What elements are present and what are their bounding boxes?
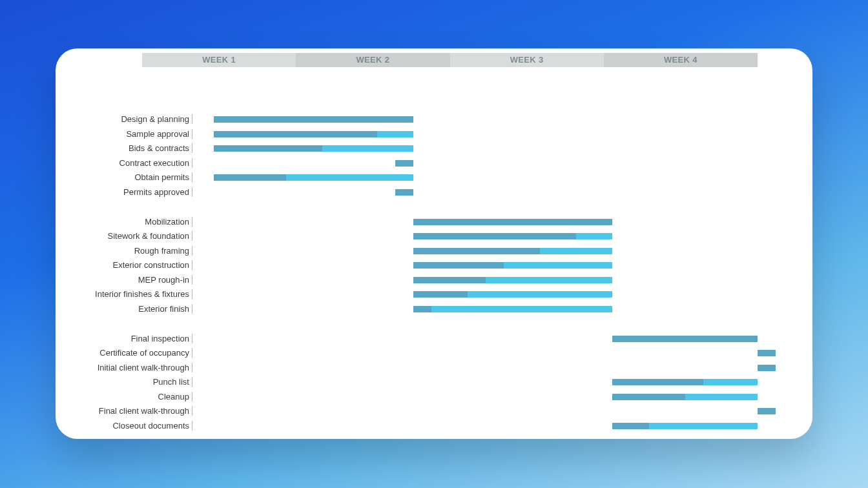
row-tick: [192, 377, 192, 387]
bar-done: [758, 350, 776, 356]
bar-done: [612, 336, 758, 342]
row-label: Final inspection: [131, 334, 189, 343]
row-label: Sample approval: [126, 129, 189, 139]
row-tick: [192, 348, 192, 358]
bar-done: [413, 262, 504, 269]
bar-done: [612, 379, 703, 385]
gantt-row: Initial client walk-through: [56, 361, 812, 376]
week-header-cell: WEEK 1: [142, 53, 296, 67]
gantt-row: MEP rough-in: [56, 274, 812, 288]
gantt-row: Interior finishes & fixtures: [56, 288, 812, 302]
row-tick: [192, 275, 192, 285]
row-label: Exterior finish: [138, 304, 189, 314]
row-tick: [192, 363, 192, 372]
bar-done: [612, 423, 648, 429]
week-header-cell: WEEK 4: [604, 53, 758, 67]
row-tick: [192, 187, 192, 197]
row-tick: [192, 260, 192, 270]
gantt-row: Contract execution: [56, 157, 812, 171]
row-label: Mobilization: [145, 217, 189, 227]
bar-done: [413, 248, 540, 254]
row-label: Interior finishes & fixtures: [95, 289, 189, 299]
bar-done: [413, 277, 486, 283]
chart-card: WEEK 1 WEEK 2 WEEK 3 WEEK 4 Design & pla…: [56, 48, 812, 439]
week-header-cell: WEEK 2: [296, 53, 450, 67]
row-label: Punch list: [153, 377, 189, 387]
row-label: Bids & contracts: [129, 143, 189, 153]
row-tick: [192, 217, 192, 227]
row-tick: [192, 406, 192, 416]
row-tick: [192, 421, 192, 431]
bar-done: [214, 174, 286, 181]
week-header-cell: WEEK 3: [450, 53, 604, 67]
week-header: WEEK 1 WEEK 2 WEEK 3 WEEK 4: [142, 53, 758, 67]
row-tick: [192, 231, 192, 241]
row-tick: [192, 289, 192, 299]
gantt-row: Closeout documents: [56, 420, 812, 434]
bar-done: [758, 408, 776, 414]
row-label: Cleanup: [158, 392, 189, 402]
row-label: Obtain permits: [134, 172, 189, 182]
bar-done: [612, 394, 685, 400]
gantt-row: Sample approval: [56, 128, 812, 142]
gantt-row: Mobilization: [56, 216, 812, 230]
bar-done: [413, 233, 577, 239]
bar-done: [214, 145, 322, 152]
gantt-row: Bids & contracts: [56, 142, 812, 156]
row-tick: [192, 304, 192, 314]
bar-done: [214, 131, 377, 137]
row-label: MEP rough-in: [138, 275, 189, 285]
row-label: Sitework & foundation: [108, 231, 189, 241]
bar-done: [214, 116, 413, 123]
gantt-row: Final client walk-through: [56, 405, 812, 419]
bar-done: [413, 306, 431, 312]
row-tick: [192, 158, 192, 168]
row-tick: [192, 246, 192, 256]
bar-done: [413, 219, 613, 225]
row-tick: [192, 143, 192, 153]
gantt-row: Cleanup: [56, 391, 812, 405]
bar-done: [395, 189, 413, 196]
row-tick: [192, 114, 192, 124]
gantt-row: Permits approved: [56, 186, 812, 200]
gantt-row: Final inspection: [56, 332, 812, 347]
row-tick: [192, 172, 192, 182]
gantt-row: Rough framing: [56, 245, 812, 259]
row-label: Design & planning: [121, 114, 189, 124]
bar-done: [395, 160, 413, 167]
row-label: Permits approved: [123, 187, 189, 197]
gantt-row: Design & planning: [56, 113, 812, 127]
bar-done: [413, 291, 468, 298]
row-label: Final client walk-through: [99, 406, 189, 416]
gantt-row: Obtain permits: [56, 171, 812, 185]
gantt-plot: Design & planningSample approvalBids & c…: [56, 69, 812, 437]
gantt-row: Sitework & foundation: [56, 230, 812, 244]
row-tick: [192, 129, 192, 139]
bar-done: [758, 365, 776, 371]
row-label: Exterior construction: [113, 260, 190, 270]
row-tick: [192, 334, 192, 343]
row-label: Initial client walk-through: [98, 363, 189, 372]
gantt-row: Exterior finish: [56, 303, 812, 317]
row-tick: [192, 392, 192, 402]
gantt-row: Exterior construction: [56, 259, 812, 273]
row-label: Closeout documents: [112, 421, 189, 431]
row-label: Rough framing: [134, 246, 189, 256]
row-label: Certificate of occupancy: [99, 348, 189, 358]
bar-planned: [413, 306, 613, 312]
gantt-row: Punch list: [56, 376, 812, 390]
row-label: Contract execution: [119, 158, 189, 168]
gantt-row: Certificate of occupancy: [56, 347, 812, 361]
